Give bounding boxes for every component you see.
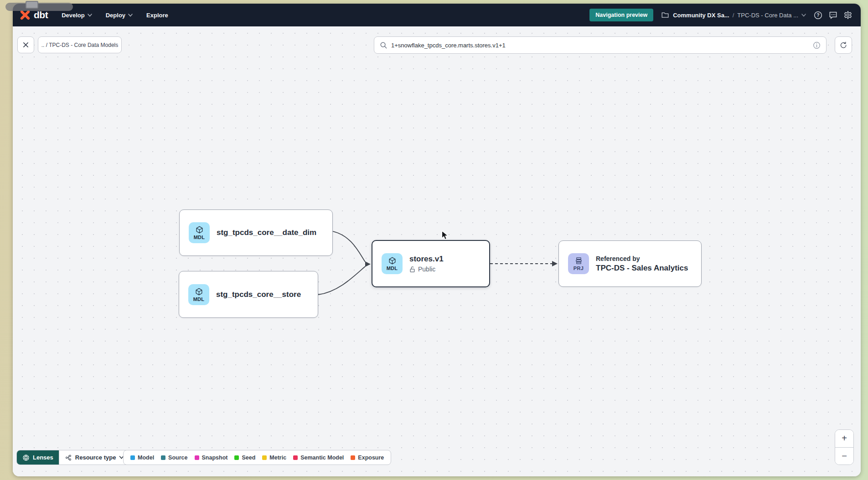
legend-swatch bbox=[351, 455, 355, 460]
node-access: Public bbox=[409, 266, 444, 273]
legend-swatch bbox=[293, 455, 298, 460]
chevron-down-icon bbox=[88, 14, 92, 17]
zoom-in-button[interactable]: + bbox=[835, 430, 853, 448]
legend-item-metric: Metric bbox=[262, 454, 286, 461]
legend-label: Model bbox=[138, 454, 154, 461]
badge-label: MDL bbox=[387, 266, 398, 271]
legend-label: Source bbox=[168, 454, 187, 461]
badge-label: MDL bbox=[193, 296, 205, 302]
node-stg-tpcds-core-store[interactable]: MDL stg_tpcds_core__store bbox=[179, 271, 318, 318]
legend-item-seed: Seed bbox=[234, 454, 255, 461]
cube-icon bbox=[195, 225, 204, 234]
breadcrumb-current[interactable]: TPC-DS - Core Data ... bbox=[737, 12, 798, 19]
lens-icon bbox=[22, 454, 30, 461]
model-badge: MDL bbox=[189, 222, 210, 243]
lineage-path-chip[interactable]: .. / TPC-DS - Core Data Models bbox=[38, 36, 122, 53]
legend-item-exposure: Exposure bbox=[351, 454, 384, 461]
model-badge: MDL bbox=[382, 253, 403, 274]
breadcrumb-project[interactable]: Community DX Sa... bbox=[673, 12, 729, 19]
legend-item-semantic-model: Semantic Model bbox=[293, 454, 344, 461]
navbar-right: Navigation preview Community DX Sa... / … bbox=[589, 9, 852, 21]
model-badge: MDL bbox=[188, 284, 209, 305]
svg-text:?: ? bbox=[816, 13, 819, 18]
zoom-out-button[interactable]: − bbox=[835, 448, 853, 465]
lenses-label: Lenses bbox=[33, 454, 53, 461]
node-referenced-by-sales-analytics[interactable]: PRJ Referenced by TPC-DS - Sales Analyti… bbox=[558, 240, 702, 287]
feedback-icon[interactable] bbox=[828, 10, 837, 20]
node-title: TPC-DS - Sales Analytics bbox=[596, 264, 688, 273]
navbar-icons: ? bbox=[813, 10, 852, 20]
nav-item-label: Develop bbox=[62, 12, 85, 19]
legend-item-model: Model bbox=[130, 454, 154, 461]
legend-label: Snapshot bbox=[202, 454, 228, 461]
legend-label: Seed bbox=[242, 454, 255, 461]
cube-icon bbox=[195, 287, 203, 296]
navigation-preview-button[interactable]: Navigation preview bbox=[589, 9, 653, 21]
legend-label: Semantic Model bbox=[300, 454, 344, 461]
nav-menu: Develop Deploy Explore bbox=[62, 12, 168, 19]
legend-item-source: Source bbox=[161, 454, 187, 461]
breadcrumb: Community DX Sa... / TPC-DS - Core Data … bbox=[661, 10, 806, 20]
cube-icon bbox=[388, 256, 397, 265]
folder-icon bbox=[661, 10, 670, 20]
search-icon bbox=[380, 41, 387, 49]
chevron-down-icon[interactable] bbox=[801, 14, 806, 17]
legend-swatch bbox=[195, 455, 199, 460]
nav-item-develop[interactable]: Develop bbox=[62, 12, 92, 19]
node-title: stg_tpcds_core__store bbox=[216, 290, 301, 299]
close-lineage-button[interactable] bbox=[17, 36, 34, 53]
refresh-lineage-button[interactable] bbox=[835, 36, 852, 54]
legend-swatch bbox=[262, 455, 267, 460]
project-stack-icon bbox=[574, 256, 583, 265]
resource-graph-icon bbox=[65, 454, 72, 461]
legend-swatch bbox=[130, 455, 135, 460]
project-badge: PRJ bbox=[568, 253, 589, 274]
node-title: stores.v1 bbox=[409, 255, 444, 264]
screenshare-window-icon bbox=[26, 1, 38, 9]
close-icon bbox=[23, 42, 29, 48]
nav-item-explore[interactable]: Explore bbox=[146, 12, 168, 19]
search-input[interactable] bbox=[391, 42, 809, 49]
legend-swatch bbox=[161, 455, 165, 460]
node-eyebrow: Referenced by bbox=[596, 255, 688, 262]
access-label: Public bbox=[418, 266, 435, 273]
resource-type-legend: Model Source Snapshot Seed Metric Semant… bbox=[123, 450, 391, 465]
lens-controls: Lenses Resource type bbox=[16, 450, 130, 465]
app-window: dbt Develop Deploy Explore Navigation pr… bbox=[13, 4, 861, 476]
resource-type-label: Resource type bbox=[75, 454, 116, 461]
legend-swatch bbox=[234, 455, 239, 460]
screenshare-overlay-tab bbox=[5, 3, 73, 11]
lineage-canvas[interactable]: .. / TPC-DS - Core Data Models bbox=[13, 26, 861, 476]
dbt-logo-text: dbt bbox=[34, 10, 48, 20]
unlock-icon bbox=[409, 266, 415, 273]
legend-item-snapshot: Snapshot bbox=[195, 454, 228, 461]
mouse-cursor bbox=[441, 230, 449, 241]
resource-type-dropdown[interactable]: Resource type bbox=[59, 450, 130, 465]
top-navbar: dbt Develop Deploy Explore Navigation pr… bbox=[13, 4, 861, 26]
node-title: stg_tpcds_core__date_dim bbox=[217, 228, 316, 237]
lineage-search bbox=[374, 36, 827, 54]
chevron-down-icon bbox=[128, 14, 133, 17]
zoom-controls: + − bbox=[835, 429, 854, 465]
node-stores-v1[interactable]: MDL stores.v1 Public bbox=[372, 240, 490, 287]
refresh-icon bbox=[840, 41, 847, 49]
nav-item-label: Deploy bbox=[106, 12, 125, 19]
badge-label: MDL bbox=[194, 235, 205, 240]
badge-label: PRJ bbox=[574, 266, 584, 271]
settings-gear-icon[interactable] bbox=[843, 10, 852, 20]
node-stg-tpcds-core-date-dim[interactable]: MDL stg_tpcds_core__date_dim bbox=[179, 209, 333, 256]
legend-label: Metric bbox=[269, 454, 286, 461]
nav-item-label: Explore bbox=[146, 12, 168, 19]
legend-label: Exposure bbox=[358, 454, 384, 461]
info-icon[interactable] bbox=[813, 41, 821, 49]
lenses-button[interactable]: Lenses bbox=[17, 450, 59, 465]
help-icon[interactable]: ? bbox=[813, 10, 822, 20]
breadcrumb-separator: / bbox=[733, 12, 734, 19]
nav-item-deploy[interactable]: Deploy bbox=[106, 12, 133, 19]
